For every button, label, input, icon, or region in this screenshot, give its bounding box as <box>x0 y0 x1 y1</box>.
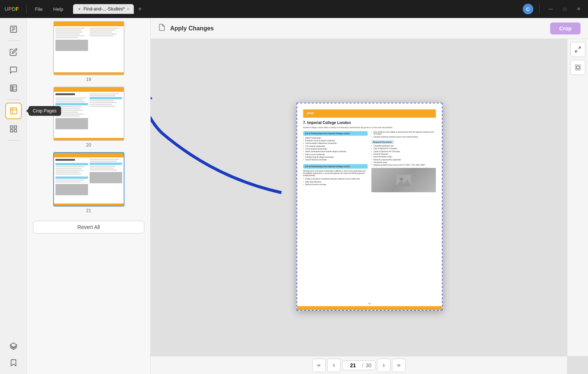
second-box-text: Although each of the above scholarships … <box>303 170 368 177</box>
sidebar-item-bookmark[interactable] <box>5 355 22 371</box>
minimize-btn[interactable]: — <box>546 5 556 13</box>
scholarship-5: Coricty-imperial Scholarships <box>303 148 368 150</box>
scholarship-7: British council scholarship <box>303 154 368 156</box>
sidebar-item-crop-pages[interactable]: Crop Pages <box>5 103 22 119</box>
thumb-footer-20 <box>54 138 124 140</box>
file-menu[interactable]: File <box>31 5 46 13</box>
active-tab[interactable]: ▼ Find-and-...-Studies* × <box>73 4 134 14</box>
doc-5: Recommendation Letters <box>371 156 436 158</box>
benefit-2: Daily living allowance <box>303 181 368 183</box>
logo-u: U <box>4 6 8 12</box>
doc-7: Scholarship essay <box>371 162 436 164</box>
tab-title: Find-and-...-Studies* <box>84 6 125 12</box>
window-actions: C — □ ✕ <box>523 4 584 14</box>
main-layout: Crop Pages <box>0 18 588 374</box>
doc-3: Copies of Diplomas and Transcripts <box>371 151 436 153</box>
thumb-body-21 <box>54 157 124 203</box>
thumbnail-19[interactable]: 19 <box>33 21 144 82</box>
thumb-body-19 <box>54 26 124 72</box>
thumb-num-20: 20 <box>86 142 91 148</box>
extra-2: Literature expenses and free access to t… <box>371 136 436 138</box>
sidebar-item-form[interactable] <box>5 80 22 96</box>
svg-rect-12 <box>10 126 12 128</box>
tab-close-btn[interactable]: × <box>127 7 129 11</box>
toolbar: Apply Changes Crop <box>151 18 588 39</box>
first-page-btn[interactable] <box>312 359 326 372</box>
sidebar-item-comment[interactable] <box>5 62 22 78</box>
left-sidebar: Crop Pages <box>0 18 27 374</box>
tab-arrow: ▼ <box>78 7 81 11</box>
scholarship-9: Imperial Marshal scholarship <box>303 159 368 161</box>
scholarships-box-label: List of Scholarships from Imperial Colle… <box>303 131 368 136</box>
avatar: C <box>523 4 533 14</box>
thumb-header-20 <box>54 87 124 92</box>
arrow-overlay <box>151 65 296 215</box>
thumbnail-panel[interactable]: 19 <box>27 18 151 374</box>
thumb-footer-19 <box>54 72 124 75</box>
scholarship-3: Commonwealth collaborative scholarships <box>303 142 368 145</box>
svg-line-17 <box>578 47 580 49</box>
scholarship-6: Islamic Development bank imperial colleg… <box>303 151 368 153</box>
svg-rect-20 <box>576 66 579 69</box>
sidebar-item-organize[interactable] <box>5 121 22 137</box>
sidebar-item-edit[interactable] <box>5 44 22 60</box>
prev-page-btn[interactable] <box>327 359 341 372</box>
svg-rect-13 <box>14 126 16 128</box>
help-menu[interactable]: Help <box>49 5 67 13</box>
thumbnail-20[interactable]: 20 <box>33 87 144 148</box>
close-btn[interactable]: ✕ <box>574 5 584 13</box>
sidebar-bottom <box>5 338 22 371</box>
page-doc-intro: Imperial College London offers a variety… <box>303 126 436 129</box>
scholarship-4: CSC imperial scholarships <box>303 145 368 148</box>
svg-rect-15 <box>14 130 16 132</box>
svg-rect-19 <box>575 65 581 70</box>
page-view: UPDF 7. Imperial College London Imperial… <box>151 39 588 374</box>
nav-bar: 21 / 30 <box>151 356 567 374</box>
page-left-col: List of Scholarships from Imperial Colle… <box>303 131 368 193</box>
sep-1 <box>26 4 27 13</box>
next-page-btn[interactable] <box>377 359 391 372</box>
thumb-page-19 <box>53 21 124 75</box>
svg-line-18 <box>575 50 577 52</box>
page-input-group: 21 / 30 <box>342 361 376 370</box>
svg-rect-5 <box>12 86 13 88</box>
page-right-col: Free residence at the college of rental … <box>371 131 436 193</box>
svg-point-22 <box>400 178 403 181</box>
benefit-3: Medical insurance coverage <box>303 184 368 186</box>
expand-btn[interactable] <box>570 42 585 57</box>
revert-all-button[interactable]: Revert All <box>33 221 144 233</box>
scholarship-2: President's Doctoral degree scholarship <box>303 140 368 142</box>
right-tools <box>567 39 588 356</box>
sidebar-item-read[interactable] <box>5 21 22 37</box>
logo-d: D <box>12 6 15 12</box>
page-container: UPDF 7. Imperial College London Imperial… <box>296 103 443 311</box>
page-total: 30 <box>366 362 372 368</box>
titlebar: UPDF File Help ▼ Find-and-...-Studies* ×… <box>0 0 588 18</box>
scholarships-box-label-2: List of Scholarships from Imperial Colle… <box>303 164 368 169</box>
sep-r3 <box>7 140 19 141</box>
sep-2 <box>539 4 540 13</box>
page-doc-footer <box>297 306 442 310</box>
page-doc-inner: UPDF 7. Imperial College London Imperial… <box>297 103 442 199</box>
sidebar-item-layers[interactable] <box>5 338 22 355</box>
page-doc-cols: List of Scholarships from Imperial Colle… <box>303 131 436 193</box>
doc-2: Copy of National ID or Passport <box>371 148 436 150</box>
thumb-page-20 <box>53 87 124 141</box>
page-number-input[interactable]: 21 <box>346 362 360 368</box>
add-tab-btn[interactable]: + <box>135 4 145 14</box>
scholarship-1: GREAT Scholarships <box>303 137 368 139</box>
req-docs-label: Required Documents <box>371 140 394 144</box>
benefit-1: Partial or full waiver of academic educa… <box>303 178 368 180</box>
maximize-btn[interactable]: □ <box>561 5 569 13</box>
toolbar-title: Apply Changes <box>170 25 214 32</box>
last-page-btn[interactable] <box>392 359 405 372</box>
svg-rect-14 <box>10 130 12 132</box>
tab-area: ▼ Find-and-...-Studies* × + <box>73 4 145 14</box>
apply-icon <box>158 24 166 33</box>
crop-button[interactable]: Crop <box>550 22 581 34</box>
doc-8: Required proficiency tests such as IELTS… <box>371 164 436 166</box>
thumbnail-21[interactable]: 21 <box>33 152 144 213</box>
crop-frame-btn[interactable] <box>570 60 585 75</box>
thumb-footer-21 <box>54 203 124 206</box>
app-logo: UPDF <box>4 6 19 12</box>
